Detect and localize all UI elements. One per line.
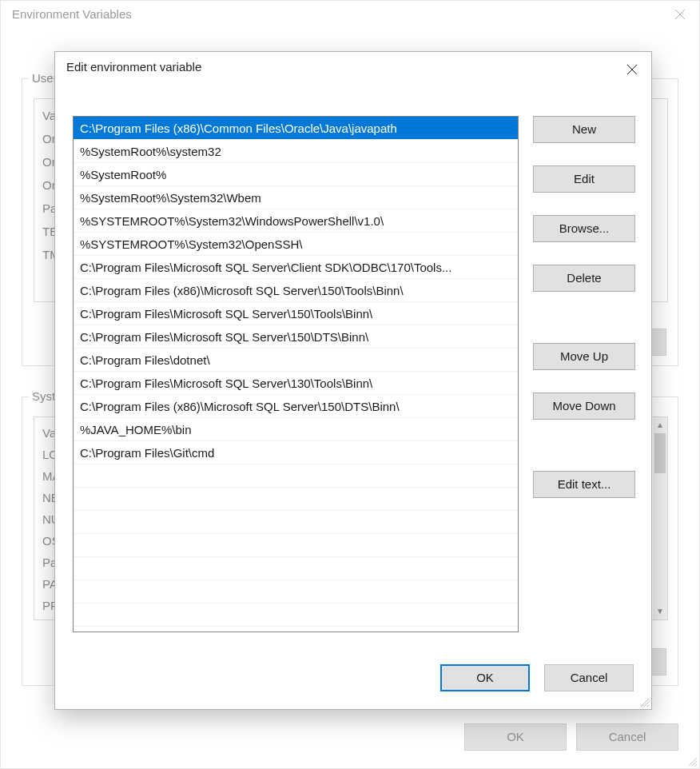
scroll-thumb[interactable] [654, 433, 666, 473]
path-entry-empty[interactable] [74, 534, 518, 557]
move-up-button[interactable]: Move Up [533, 343, 635, 370]
ok-button[interactable]: OK [440, 664, 530, 691]
parent-ok-button[interactable]: OK [464, 723, 567, 751]
path-entry[interactable]: %SYSTEMROOT%\System32\WindowsPowerShell\… [74, 209, 518, 233]
path-entry-empty[interactable] [74, 488, 518, 511]
path-entry[interactable]: %JAVA_HOME%\bin [74, 418, 518, 441]
path-entry-empty[interactable] [74, 557, 518, 580]
path-entry[interactable]: C:\Program Files (x86)\Microsoft SQL Ser… [74, 395, 518, 418]
path-entry[interactable]: C:\Program Files\Git\cmd [74, 441, 518, 464]
path-entry[interactable]: C:\Program Files\Microsoft SQL Server\15… [74, 302, 518, 325]
svg-line-2 [689, 758, 697, 766]
path-entry[interactable]: %SystemRoot%\system32 [74, 140, 518, 163]
svg-line-9 [647, 705, 649, 707]
delete-button[interactable]: Delete [533, 265, 635, 292]
path-entry[interactable]: %SystemRoot% [74, 163, 518, 186]
path-entry[interactable]: %SYSTEMROOT%\System32\OpenSSH\ [74, 233, 518, 256]
modal-resize-grip[interactable] [638, 696, 650, 707]
modal-side-buttons: New Edit Browse... Delete Move Up Move D… [533, 116, 635, 520]
path-entry[interactable]: C:\Program Files\Microsoft SQL Server\13… [74, 372, 518, 395]
scroll-track[interactable] [653, 473, 667, 604]
svg-line-4 [695, 764, 697, 766]
path-entry[interactable]: C:\Program Files (x86)\Microsoft SQL Ser… [74, 279, 518, 302]
parent-close-button[interactable] [670, 7, 690, 26]
svg-line-3 [692, 761, 697, 766]
parent-window-title: Environment Variables [12, 7, 132, 21]
new-button[interactable]: New [533, 116, 635, 143]
path-entry[interactable]: C:\Program Files\dotnet\ [74, 349, 518, 372]
parent-titlebar: Environment Variables [1, 1, 699, 33]
edit-button[interactable]: Edit [533, 165, 635, 193]
path-entry-empty[interactable] [74, 580, 518, 604]
svg-line-8 [644, 702, 649, 707]
edit-environment-variable-dialog: Edit environment variable C:\Program Fil… [54, 51, 652, 710]
parent-cancel-button[interactable]: Cancel [576, 723, 678, 751]
path-entry[interactable]: C:\Program Files\Microsoft SQL Server\Cl… [74, 256, 518, 279]
svg-line-7 [641, 699, 649, 707]
path-entries-list[interactable]: C:\Program Files (x86)\Common Files\Orac… [73, 116, 519, 632]
close-icon [674, 9, 686, 20]
edit-text-button[interactable]: Edit text... [533, 471, 635, 498]
path-entry-empty[interactable] [74, 604, 518, 627]
modal-close-button[interactable] [621, 58, 643, 81]
path-entry-empty[interactable] [74, 464, 518, 488]
path-entry[interactable]: C:\Program Files\Microsoft SQL Server\15… [74, 325, 518, 349]
move-down-button[interactable]: Move Down [533, 392, 635, 420]
resize-grip-icon [686, 755, 698, 767]
modal-footer-buttons: OK Cancel [440, 664, 634, 691]
parent-resize-grip[interactable] [686, 755, 698, 767]
system-list-scrollbar[interactable]: ▲ ▼ [653, 417, 667, 620]
modal-titlebar: Edit environment variable [55, 52, 651, 86]
path-entry[interactable]: %SystemRoot%\System32\Wbem [74, 186, 518, 209]
path-entry-empty[interactable] [74, 511, 518, 534]
path-entry[interactable]: C:\Program Files (x86)\Common Files\Orac… [74, 117, 518, 140]
parent-footer-buttons: OK Cancel [1, 723, 678, 751]
scroll-up-icon[interactable]: ▲ [653, 417, 667, 433]
browse-button[interactable]: Browse... [533, 215, 635, 242]
cancel-button[interactable]: Cancel [544, 664, 634, 691]
modal-title: Edit environment variable [66, 60, 201, 74]
resize-grip-icon [638, 696, 650, 707]
close-icon [626, 64, 638, 75]
scroll-down-icon[interactable]: ▼ [653, 604, 667, 620]
